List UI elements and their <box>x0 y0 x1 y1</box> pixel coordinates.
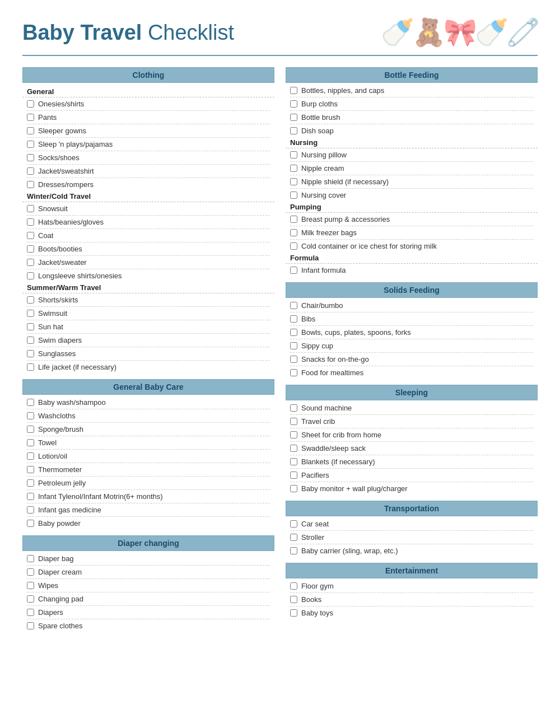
checkbox[interactable] <box>27 205 34 212</box>
item-label: Baby powder <box>38 519 81 528</box>
checkbox[interactable] <box>27 127 34 134</box>
checkbox[interactable] <box>290 114 297 121</box>
checkbox[interactable] <box>290 315 297 323</box>
checkbox[interactable] <box>290 302 297 309</box>
checkbox[interactable] <box>27 622 34 629</box>
checkbox[interactable] <box>27 181 34 188</box>
checkbox[interactable] <box>27 582 34 589</box>
item-label: Hats/beanies/gloves <box>38 218 104 226</box>
checkbox[interactable] <box>27 439 34 446</box>
divider <box>290 124 533 124</box>
list-item: Thermometer <box>22 464 274 475</box>
checkbox[interactable] <box>290 596 297 603</box>
checkbox[interactable] <box>27 218 34 226</box>
checkbox[interactable] <box>290 329 297 336</box>
checkbox[interactable] <box>290 342 297 349</box>
list-item: Sippy cup <box>286 340 538 351</box>
checkbox[interactable] <box>27 412 34 419</box>
checkbox[interactable] <box>290 229 297 236</box>
item-label: Nursing cover <box>301 191 346 199</box>
checkbox[interactable] <box>290 520 297 528</box>
item-label: Diaper bag <box>38 554 74 563</box>
item-label: Diaper cream <box>38 568 82 576</box>
checkbox[interactable] <box>27 609 34 616</box>
checkbox[interactable] <box>27 310 34 317</box>
checkbox[interactable] <box>27 493 34 500</box>
checkbox[interactable] <box>290 127 297 134</box>
list-item: Travel crib <box>286 416 538 427</box>
checkbox[interactable] <box>27 520 34 527</box>
checkbox[interactable] <box>27 595 34 603</box>
checkbox[interactable] <box>290 165 297 172</box>
checkbox[interactable] <box>290 267 297 274</box>
list-item: Infant formula <box>286 265 538 276</box>
checkbox[interactable] <box>27 245 34 253</box>
checkbox[interactable] <box>290 178 297 185</box>
divider <box>290 414 533 415</box>
checkbox[interactable] <box>290 216 297 223</box>
checkbox[interactable] <box>27 452 34 460</box>
checkbox[interactable] <box>27 555 34 562</box>
checkbox[interactable] <box>27 100 34 108</box>
list-item: Baby toys <box>286 608 538 618</box>
checkbox[interactable] <box>290 151 297 158</box>
item-label: Washcloths <box>38 412 76 420</box>
divider <box>290 544 533 544</box>
checkbox[interactable] <box>27 363 34 371</box>
checkbox[interactable] <box>27 272 34 279</box>
checkbox[interactable] <box>27 426 34 433</box>
list-item: Hats/beanies/gloves <box>22 217 274 227</box>
checkbox[interactable] <box>290 356 297 363</box>
checkbox[interactable] <box>290 404 297 412</box>
checkbox[interactable] <box>290 431 297 438</box>
checkbox[interactable] <box>27 323 34 330</box>
item-label: Swimsuit <box>38 309 67 318</box>
checkbox[interactable] <box>27 466 34 473</box>
list-item: Spare clothes <box>22 620 274 631</box>
divider <box>290 352 533 353</box>
item-label: Pants <box>38 113 57 122</box>
checkbox[interactable] <box>27 259 34 266</box>
item-label: Burp cloths <box>301 100 338 108</box>
checkbox[interactable] <box>290 485 297 492</box>
checkbox[interactable] <box>290 547 297 554</box>
item-label: Bowls, cups, plates, spoons, forks <box>301 328 411 337</box>
checkbox[interactable] <box>290 418 297 425</box>
item-label: Jacket/sweatshirt <box>38 167 94 175</box>
checkbox[interactable] <box>27 479 34 487</box>
divider <box>290 468 533 469</box>
item-label: Lotion/oil <box>38 452 67 460</box>
checkbox[interactable] <box>27 232 34 239</box>
checkbox[interactable] <box>27 399 34 406</box>
checkbox[interactable] <box>27 337 34 344</box>
checkbox[interactable] <box>27 141 34 148</box>
checkbox[interactable] <box>27 506 34 514</box>
checkbox[interactable] <box>290 582 297 590</box>
checkbox[interactable] <box>290 609 297 617</box>
checkbox[interactable] <box>290 458 297 465</box>
checkbox[interactable] <box>27 154 34 161</box>
item-label: Snacks for on-the-go <box>301 355 369 363</box>
checkbox[interactable] <box>290 445 297 452</box>
divider <box>290 339 533 339</box>
list-item: Chair/bumbo <box>286 300 538 311</box>
checkbox[interactable] <box>290 100 297 108</box>
item-label: Sleep 'n plays/pajamas <box>38 140 113 148</box>
checkbox[interactable] <box>27 296 34 304</box>
divider <box>27 592 270 592</box>
checkbox[interactable] <box>27 350 34 357</box>
checkbox[interactable] <box>290 472 297 479</box>
checkbox[interactable] <box>290 87 297 94</box>
checkbox[interactable] <box>27 167 34 175</box>
item-label: Baby toys <box>301 609 333 617</box>
checkbox[interactable] <box>290 534 297 541</box>
checkbox[interactable] <box>290 242 297 250</box>
checkbox[interactable] <box>27 114 34 121</box>
checkbox[interactable] <box>27 568 34 576</box>
checkbox[interactable] <box>290 369 297 376</box>
checkbox[interactable] <box>290 192 297 199</box>
list-item: Stroller <box>286 532 538 543</box>
section-header-entertainment: Entertainment <box>286 563 538 578</box>
divider <box>27 578 270 579</box>
list-item: Blankets (if necessary) <box>286 456 538 467</box>
